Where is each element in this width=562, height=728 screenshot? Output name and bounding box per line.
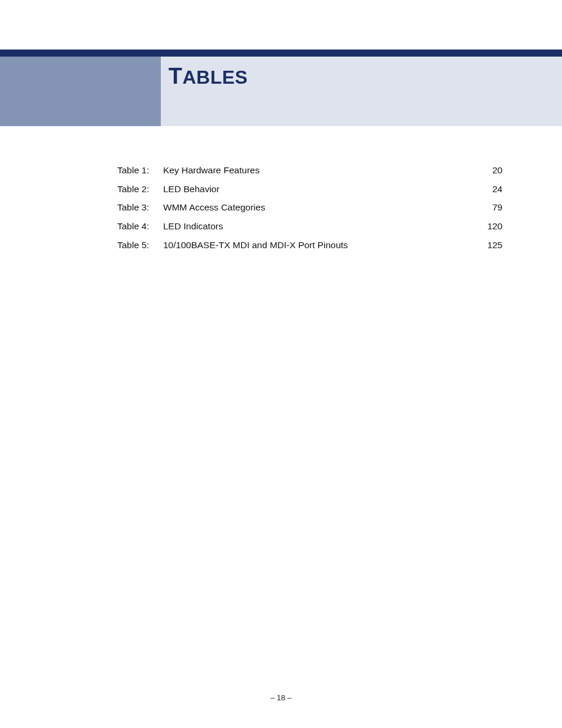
table-page: 125 xyxy=(479,239,503,252)
table-number: Table 2: xyxy=(117,183,163,196)
table-page: 20 xyxy=(479,164,503,177)
page-number: – 18 – xyxy=(270,693,292,702)
table-title: LED Indicators xyxy=(163,220,223,233)
table-number: Table 5: xyxy=(117,239,163,252)
tables-list: Table 1: Key Hardware Features 20 Table … xyxy=(117,164,503,257)
table-title: 10/100BASE-TX MDI and MDI-X Port Pinouts xyxy=(163,239,348,252)
page-footer: – 18 – xyxy=(0,693,562,702)
table-page: 79 xyxy=(479,201,503,214)
tables-list-row[interactable]: Table 3: WMM Access Categories 79 xyxy=(117,201,503,214)
tables-list-row[interactable]: Table 1: Key Hardware Features 20 xyxy=(117,164,503,177)
table-page: 120 xyxy=(479,220,503,233)
tables-list-row[interactable]: Table 4: LED Indicators 120 xyxy=(117,220,503,233)
page-title-cap: T xyxy=(168,64,183,88)
table-title: LED Behavior xyxy=(163,183,220,196)
table-number: Table 1: xyxy=(117,164,163,177)
tables-list-row[interactable]: Table 2: LED Behavior 24 xyxy=(117,183,503,196)
tables-list-row[interactable]: Table 5: 10/100BASE-TX MDI and MDI-X Por… xyxy=(117,239,503,252)
table-number: Table 3: xyxy=(117,201,163,214)
page-title-rest: ABLES xyxy=(183,67,248,88)
table-page: 24 xyxy=(479,183,503,196)
table-title: Key Hardware Features xyxy=(163,164,260,177)
header-side-panel xyxy=(0,57,161,126)
table-number: Table 4: xyxy=(117,220,163,233)
page-title: TABLES xyxy=(168,64,248,89)
table-title: WMM Access Categories xyxy=(163,201,265,214)
header-top-stripe xyxy=(0,50,562,57)
